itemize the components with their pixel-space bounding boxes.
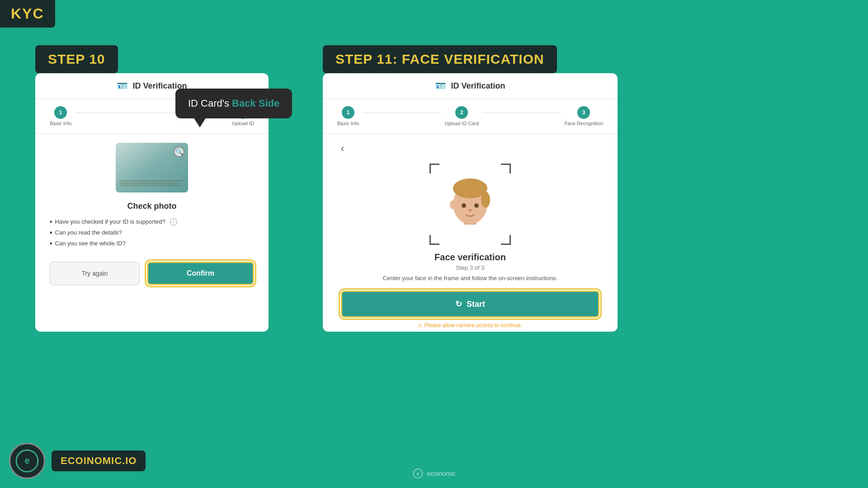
corner-bl: [429, 235, 439, 245]
info-icon-1[interactable]: i: [170, 218, 177, 225]
camera-warning: ⚠ Please allow camera access to continue…: [418, 322, 522, 328]
svg-point-6: [468, 209, 472, 211]
svg-point-4: [462, 203, 466, 208]
magnify-icon[interactable]: 🔍: [174, 146, 184, 157]
svg-text:e: e: [24, 455, 29, 465]
checklist-item-2: Can you read the details?: [50, 229, 254, 236]
step10-step1-circle: 1: [54, 106, 67, 119]
ecoinomic-icon: e: [412, 468, 423, 479]
tooltip-highlight: Back Side: [232, 98, 279, 109]
step11-steps-indicator: 1 Basic Info 2 Upload ID Card 3 Face Rec…: [323, 99, 618, 134]
step11-step3: 3 Face Recognition: [564, 106, 603, 126]
logo-circle-icon: e: [9, 443, 45, 479]
step11-panel: 🪪 ID Verification 1 Basic Info 2 Upload …: [323, 73, 618, 332]
face-step-text: Step 3 of 3: [456, 264, 485, 271]
step11-step3-label: Face Recognition: [564, 121, 603, 126]
check-photo-list: Have you checked if your ID is supported…: [50, 218, 254, 251]
checklist-item-1: Have you checked if your ID is supported…: [50, 218, 254, 225]
face-verification-title: Face verification: [434, 252, 506, 263]
id-line-3: [119, 185, 181, 186]
back-arrow-button[interactable]: ‹: [341, 143, 344, 155]
id-card-icon: 🪪: [117, 80, 128, 91]
svg-point-5: [474, 203, 479, 208]
step10-step1: 1 Basic Info: [50, 106, 71, 126]
step11-line2: [482, 113, 561, 113]
step11-label: STEP 11: FACE VERIFICATION: [323, 45, 557, 73]
face-avatar: [443, 175, 497, 234]
brand-text-badge: ECOINOMIC.IO: [52, 450, 146, 471]
try-again-button[interactable]: Try again: [50, 262, 140, 285]
check-photo-title: Check photo: [127, 202, 176, 211]
id-card-preview: 🔍: [116, 143, 188, 192]
corner-tr: [501, 164, 511, 174]
face-frame: [429, 164, 511, 245]
step11-id-card-icon: 🪪: [435, 80, 446, 91]
corner-br: [501, 235, 511, 245]
corner-tl: [429, 164, 439, 174]
bottom-logo: e ECOINOMIC.IO: [9, 443, 146, 479]
start-button[interactable]: ↻ Start: [341, 291, 599, 318]
warning-icon: ⚠: [418, 322, 423, 328]
id-line-2: [119, 183, 178, 183]
confirm-button[interactable]: Confirm: [147, 262, 254, 285]
step11-step2-label: Upload ID Card: [444, 121, 479, 126]
step10-step2-label: Upload ID: [232, 121, 254, 126]
face-instruction: Center your face in the frame and follow…: [383, 275, 558, 282]
camera-warning-text: Please allow camera access to continue.: [425, 322, 523, 328]
step10-label: STEP 10: [35, 45, 118, 73]
step11-step3-circle: 3: [577, 106, 590, 119]
step11-step1: 1 Basic Info: [337, 106, 359, 126]
step11-step1-label: Basic Info: [337, 121, 359, 126]
step11-step2: 2 Upload ID Card: [444, 106, 479, 126]
kyc-badge: KYC: [0, 0, 55, 28]
svg-text:e: e: [417, 471, 420, 476]
step10-btn-row: Try again Confirm: [50, 262, 254, 285]
step10-step1-label: Basic Info: [50, 121, 71, 126]
step10-content: 🔍 Check photo Have you checked if your I…: [35, 134, 269, 294]
step11-panel-title: ID Verification: [451, 81, 505, 91]
tooltip-bubble: ID Card's Back Side: [175, 89, 292, 118]
svg-point-7: [450, 200, 456, 209]
refresh-icon: ↻: [455, 299, 462, 309]
step11-step1-circle: 1: [342, 106, 354, 119]
bottom-brand-text: ecoinomic: [427, 470, 455, 477]
checklist-item-3: Can you see the whole ID?: [50, 240, 254, 247]
start-button-label: Start: [467, 300, 485, 309]
step11-content: ‹: [323, 134, 618, 332]
bottom-center-logo: e ecoinomic: [412, 468, 455, 479]
step11-line1: [363, 113, 441, 113]
tooltip-prefix: ID Card's: [188, 98, 232, 109]
step11-panel-header: 🪪 ID Verification: [323, 73, 618, 99]
step11-step2-circle: 2: [455, 106, 468, 119]
id-line-1: [119, 180, 184, 181]
id-card-lines: [119, 180, 184, 187]
svg-point-3: [481, 192, 490, 208]
